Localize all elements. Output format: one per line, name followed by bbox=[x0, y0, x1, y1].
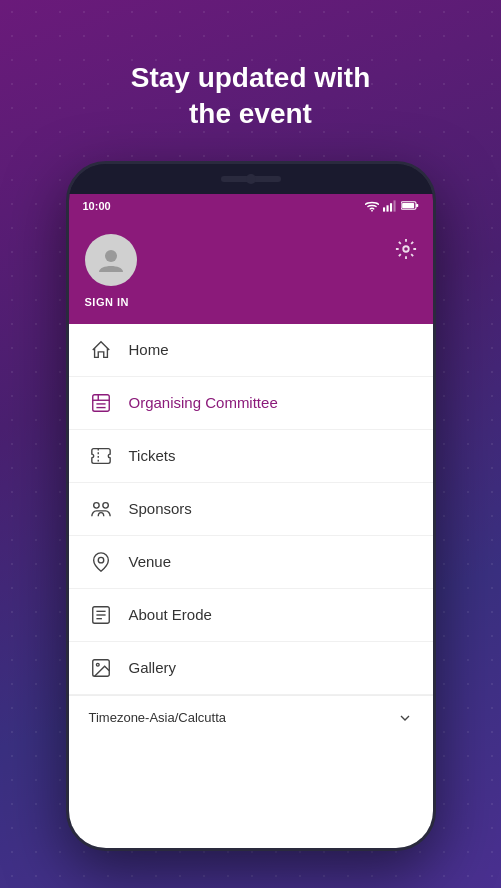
phone-top-bar bbox=[69, 164, 433, 194]
sponsors-icon-container bbox=[89, 497, 113, 521]
signal-icon bbox=[383, 200, 397, 212]
svg-rect-1 bbox=[383, 207, 385, 211]
menu-label-gallery: Gallery bbox=[129, 659, 177, 676]
sponsors-icon bbox=[90, 498, 112, 520]
status-icons bbox=[365, 200, 419, 212]
gallery-icon-container bbox=[89, 656, 113, 680]
menu-label-home: Home bbox=[129, 341, 169, 358]
venue-icon bbox=[90, 551, 112, 573]
menu-item-venue[interactable]: Venue bbox=[69, 536, 433, 589]
sign-in-label[interactable]: SIGN IN bbox=[85, 296, 129, 308]
battery-icon bbox=[401, 200, 419, 211]
about-icon-container bbox=[89, 603, 113, 627]
svg-point-16 bbox=[93, 502, 99, 508]
status-bar: 10:00 bbox=[69, 194, 433, 218]
phone-camera bbox=[246, 174, 256, 184]
menu-item-sponsors[interactable]: Sponsors bbox=[69, 483, 433, 536]
svg-rect-6 bbox=[416, 204, 418, 207]
home-icon-container bbox=[89, 338, 113, 362]
drawer-header-left: SIGN IN bbox=[85, 234, 137, 308]
avatar bbox=[85, 234, 137, 286]
menu-item-home[interactable]: Home bbox=[69, 324, 433, 377]
tickets-icon bbox=[90, 445, 112, 467]
menu-item-tickets[interactable]: Tickets bbox=[69, 430, 433, 483]
svg-rect-4 bbox=[393, 200, 395, 211]
phone-frame: 10:00 bbox=[66, 161, 436, 851]
menu-item-about-erode[interactable]: About Erode bbox=[69, 589, 433, 642]
menu-label-organising-committee: Organising Committee bbox=[129, 394, 278, 411]
menu-label-about-erode: About Erode bbox=[129, 606, 212, 623]
page-header: Stay updated with the event bbox=[131, 60, 371, 133]
page-title: Stay updated with the event bbox=[131, 60, 371, 133]
svg-point-0 bbox=[371, 210, 373, 212]
committee-icon bbox=[90, 392, 112, 414]
menu-label-tickets: Tickets bbox=[129, 447, 176, 464]
about-icon bbox=[90, 604, 112, 626]
phone-inner: SIGN IN Home bbox=[69, 218, 433, 848]
gallery-icon bbox=[90, 657, 112, 679]
menu-label-sponsors: Sponsors bbox=[129, 500, 192, 517]
venue-icon-container bbox=[89, 550, 113, 574]
svg-rect-2 bbox=[386, 205, 388, 211]
drawer-menu: Home Organising Committee bbox=[69, 324, 433, 848]
svg-point-9 bbox=[403, 246, 409, 252]
menu-item-gallery[interactable]: Gallery bbox=[69, 642, 433, 695]
svg-point-24 bbox=[96, 663, 99, 666]
svg-rect-3 bbox=[390, 203, 392, 211]
svg-point-18 bbox=[98, 557, 104, 563]
wifi-icon bbox=[365, 200, 379, 212]
settings-button[interactable] bbox=[395, 238, 417, 265]
avatar-icon bbox=[95, 244, 127, 276]
drawer-header: SIGN IN bbox=[69, 218, 433, 324]
chevron-down-icon bbox=[397, 710, 413, 726]
home-icon bbox=[90, 339, 112, 361]
timezone-label: Timezone-Asia/Calcutta bbox=[89, 710, 227, 725]
svg-point-8 bbox=[105, 250, 117, 262]
committee-icon-container bbox=[89, 391, 113, 415]
menu-label-venue: Venue bbox=[129, 553, 172, 570]
svg-point-17 bbox=[102, 502, 108, 508]
gear-icon bbox=[395, 238, 417, 260]
svg-rect-10 bbox=[92, 395, 109, 412]
timezone-selector[interactable]: Timezone-Asia/Calcutta bbox=[69, 695, 433, 740]
svg-rect-7 bbox=[402, 203, 414, 208]
tickets-icon-container bbox=[89, 444, 113, 468]
menu-item-organising-committee[interactable]: Organising Committee bbox=[69, 377, 433, 430]
status-time: 10:00 bbox=[83, 200, 111, 212]
